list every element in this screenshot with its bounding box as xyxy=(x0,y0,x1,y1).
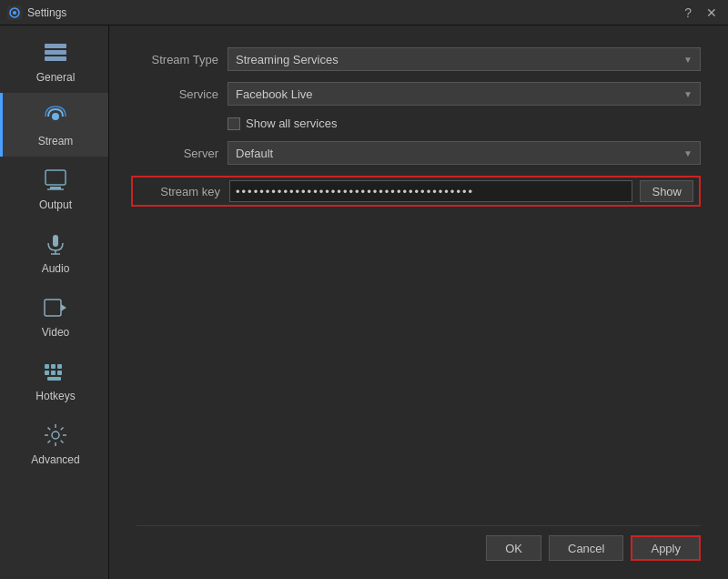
stream-key-row: Stream key Show xyxy=(131,176,701,207)
svg-point-2 xyxy=(13,11,16,15)
svg-rect-13 xyxy=(45,300,61,316)
svg-rect-21 xyxy=(47,377,61,381)
stream-type-dropdown[interactable]: Streaming Services ▼ xyxy=(228,47,701,71)
stream-icon xyxy=(41,102,70,131)
sidebar-label-audio: Audio xyxy=(42,262,70,275)
close-button[interactable]: ✕ xyxy=(703,5,721,20)
sidebar-item-hotkeys[interactable]: Hotkeys xyxy=(0,348,108,411)
sidebar-item-stream[interactable]: Stream xyxy=(0,93,108,157)
svg-rect-10 xyxy=(53,235,58,247)
audio-icon xyxy=(41,229,70,259)
service-label: Service xyxy=(136,87,218,101)
server-label: Server xyxy=(136,147,218,160)
svg-rect-3 xyxy=(45,44,66,48)
cancel-button[interactable]: Cancel xyxy=(549,535,623,561)
stream-key-control: Show xyxy=(229,180,693,202)
svg-rect-7 xyxy=(46,170,66,185)
show-all-row: Show all services xyxy=(228,117,701,130)
stream-type-arrow: ▼ xyxy=(683,55,693,65)
sidebar-item-video[interactable]: Video xyxy=(0,284,108,348)
stream-type-row: Stream Type Streaming Services ▼ xyxy=(136,47,701,71)
show-stream-key-button[interactable]: Show xyxy=(640,180,693,202)
stream-type-label: Stream Type xyxy=(136,53,218,66)
server-row: Server Default ▼ xyxy=(136,141,701,165)
sidebar-label-general: General xyxy=(36,71,76,84)
window-title: Settings xyxy=(27,6,66,19)
service-value: Facebook Live xyxy=(236,87,313,101)
apply-button[interactable]: Apply xyxy=(631,535,701,561)
hotkeys-icon xyxy=(41,357,70,386)
sidebar-label-output: Output xyxy=(39,198,72,211)
service-row: Service Facebook Live ▼ xyxy=(136,82,701,106)
stream-key-input[interactable] xyxy=(229,180,632,202)
stream-type-value: Streaming Services xyxy=(236,53,339,66)
sidebar-item-general[interactable]: General xyxy=(0,29,108,93)
help-button[interactable]: ? xyxy=(681,5,695,20)
svg-marker-14 xyxy=(61,304,66,311)
svg-rect-20 xyxy=(57,371,62,375)
svg-rect-17 xyxy=(57,364,62,369)
server-control: Default ▼ xyxy=(228,141,701,165)
svg-rect-15 xyxy=(45,364,49,369)
general-icon xyxy=(41,38,70,67)
sidebar-label-advanced: Advanced xyxy=(31,453,79,466)
titlebar-controls: ? ✕ xyxy=(681,5,721,20)
server-arrow: ▼ xyxy=(683,148,693,158)
svg-point-22 xyxy=(52,432,59,439)
sidebar-label-stream: Stream xyxy=(38,135,74,147)
sidebar: General Stream xyxy=(0,25,109,579)
service-arrow: ▼ xyxy=(683,89,693,99)
main-layout: General Stream xyxy=(0,25,728,579)
sidebar-label-video: Video xyxy=(42,326,69,339)
svg-rect-18 xyxy=(45,371,49,375)
stream-type-control: Streaming Services ▼ xyxy=(228,47,701,71)
bottom-bar: OK Cancel Apply xyxy=(136,525,701,561)
svg-rect-5 xyxy=(45,56,66,61)
sidebar-item-output[interactable]: Output xyxy=(0,157,108,220)
app-icon xyxy=(7,5,22,20)
output-icon xyxy=(41,166,70,195)
stream-key-label: Stream key xyxy=(138,185,220,198)
show-all-checkbox[interactable] xyxy=(228,117,240,130)
svg-rect-4 xyxy=(45,50,66,55)
service-control: Facebook Live ▼ xyxy=(228,82,701,106)
titlebar-left: Settings xyxy=(7,5,66,20)
svg-rect-19 xyxy=(51,371,56,375)
sidebar-item-audio[interactable]: Audio xyxy=(0,220,108,284)
video-icon xyxy=(41,293,70,322)
server-value: Default xyxy=(236,147,273,160)
stream-settings-form: Stream Type Streaming Services ▼ Service… xyxy=(136,47,701,207)
ok-button[interactable]: OK xyxy=(486,535,541,561)
sidebar-label-hotkeys: Hotkeys xyxy=(35,390,75,402)
sidebar-item-advanced[interactable]: Advanced xyxy=(0,411,108,475)
server-dropdown[interactable]: Default ▼ xyxy=(228,141,701,165)
svg-point-6 xyxy=(52,113,59,120)
content-area: Stream Type Streaming Services ▼ Service… xyxy=(109,25,728,579)
advanced-icon xyxy=(41,421,70,450)
service-dropdown[interactable]: Facebook Live ▼ xyxy=(228,82,701,106)
titlebar: Settings ? ✕ xyxy=(0,0,728,25)
show-all-label: Show all services xyxy=(246,117,337,130)
svg-rect-16 xyxy=(51,364,56,369)
